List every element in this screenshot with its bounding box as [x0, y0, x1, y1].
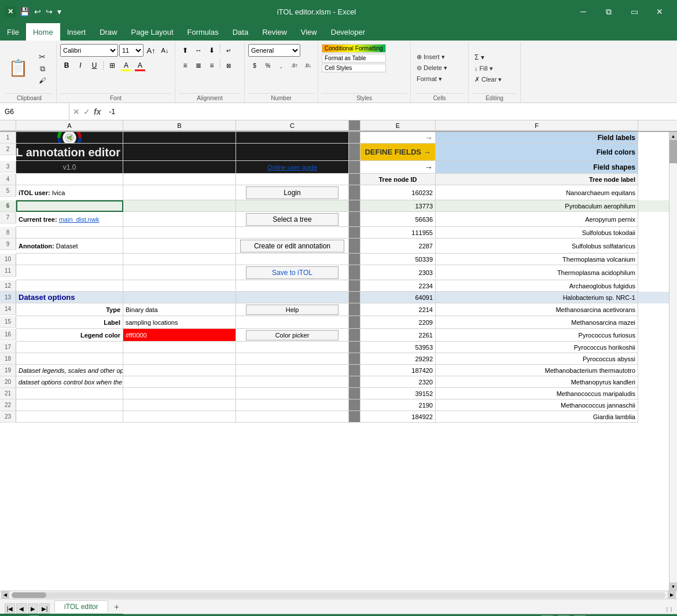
menu-home[interactable]: Home	[26, 23, 60, 41]
h-scroll-thumb[interactable]	[12, 592, 46, 598]
col-header-f[interactable]: F	[436, 120, 638, 131]
font-name-select[interactable]: Calibri	[60, 44, 118, 57]
sheet-nav-last[interactable]: ▶|	[39, 603, 50, 614]
current-tree-link[interactable]: main_dist.nwk	[59, 216, 100, 223]
format-cells-btn[interactable]: Format ▾	[414, 74, 450, 84]
add-sheet-btn[interactable]: +	[111, 602, 123, 612]
h-scroll-track[interactable]	[12, 592, 665, 598]
name-box[interactable]: G6	[0, 103, 69, 120]
insert-function-icon[interactable]: fx	[94, 107, 101, 116]
font-decrease-btn[interactable]: A↓	[159, 44, 171, 57]
minimize-btn[interactable]: ─	[571, 3, 596, 20]
table-row: 5 iTOL user: Ivica Login 160232 Nanoarch…	[0, 185, 669, 200]
align-center-btn[interactable]: ≣	[192, 59, 205, 72]
comma-btn[interactable]: ,	[275, 59, 288, 72]
font-color-btn[interactable]: A	[134, 59, 146, 72]
cell-styles-btn[interactable]: Cell Styles	[322, 64, 386, 72]
restore-btn[interactable]: ⧉	[596, 3, 621, 20]
maximize-btn[interactable]: ▭	[621, 3, 647, 20]
cell-c9[interactable]: Create or edit annotation	[236, 239, 349, 254]
v-scroll-track[interactable]	[669, 140, 677, 582]
sheet-nav-prev[interactable]: ◀	[16, 603, 27, 614]
col-header-a[interactable]: A	[16, 120, 123, 131]
help-button[interactable]: Help	[246, 305, 339, 315]
select-tree-button[interactable]: Select a tree	[246, 213, 339, 226]
menu-insert[interactable]: Insert	[60, 23, 93, 41]
align-top-btn[interactable]: ⬆	[179, 44, 192, 57]
cell-c11[interactable]: Save to iTOL	[236, 265, 349, 280]
sheet-nav-first[interactable]: |◀	[5, 603, 15, 614]
paste-btn[interactable]: 📋	[6, 57, 31, 79]
menu-page-layout[interactable]: Page Layout	[124, 23, 181, 41]
wrap-text-btn[interactable]: ↵	[222, 44, 235, 57]
align-bottom-btn[interactable]: ⬇	[205, 44, 218, 57]
decrease-decimal-btn[interactable]: .0↓	[301, 59, 314, 72]
cell-c14[interactable]: Help	[236, 303, 349, 316]
insert-cells-btn[interactable]: ⊕ Insert ▾	[414, 52, 450, 62]
italic-btn[interactable]: I	[74, 59, 87, 72]
border-btn[interactable]: ⊞	[106, 59, 119, 72]
formula-input[interactable]	[104, 103, 677, 120]
save-to-itol-button[interactable]: Save to iTOL	[246, 266, 339, 279]
table-row: 18 29292 Pyrococcus abyssi	[0, 353, 669, 365]
horizontal-scrollbar[interactable]: ◀ ▶	[0, 591, 677, 599]
col-header-e[interactable]: E	[360, 120, 436, 131]
fill-color-btn[interactable]: A	[120, 59, 133, 72]
online-guide-link[interactable]: Online user guide	[267, 164, 317, 171]
menu-data[interactable]: Data	[226, 23, 255, 41]
login-button[interactable]: Login	[246, 186, 339, 199]
customize-quick-access-btn[interactable]: ▾	[56, 6, 62, 17]
close-btn[interactable]: ✕	[647, 3, 672, 20]
confirm-formula-icon[interactable]: ✓	[83, 107, 90, 116]
scroll-up-btn[interactable]: ▲	[669, 132, 677, 140]
bold-btn[interactable]: B	[60, 59, 73, 72]
sheet-nav-next[interactable]: ▶	[28, 603, 38, 614]
format-as-table-btn[interactable]: Format as Table	[322, 54, 386, 63]
create-edit-annotation-button[interactable]: Create or edit annotation	[240, 240, 344, 252]
menu-review[interactable]: Review	[255, 23, 294, 41]
menu-view[interactable]: View	[294, 23, 324, 41]
cell-c7[interactable]: Select a tree	[236, 212, 349, 227]
scroll-right-btn[interactable]: ▶	[668, 591, 676, 599]
align-mid-btn[interactable]: ↔	[192, 44, 205, 57]
percent-btn[interactable]: %	[262, 59, 274, 72]
copy-btn[interactable]: ⧉	[32, 63, 53, 75]
menu-file[interactable]: File	[0, 23, 26, 41]
v-scroll-thumb[interactable]	[669, 140, 677, 163]
cell-c16[interactable]: Color picker	[236, 329, 349, 342]
number-format-select[interactable]: General	[248, 44, 300, 57]
increase-decimal-btn[interactable]: .0↑	[288, 59, 301, 72]
sheet-tab-itol-editor[interactable]: iTOL editor	[54, 600, 108, 613]
merge-btn[interactable]: ⊠	[222, 59, 235, 72]
redo-btn[interactable]: ↪	[45, 6, 54, 17]
cell-c5[interactable]: Login	[236, 185, 349, 200]
color-picker-button[interactable]: Color picker	[246, 330, 339, 340]
autosum-btn[interactable]: Σ ▾	[472, 52, 504, 63]
cell-e2: DEFINE FIELDS →	[360, 144, 436, 161]
conditional-formatting-btn[interactable]: Conditional Formatting	[322, 44, 386, 53]
menu-developer[interactable]: Developer	[324, 23, 372, 41]
align-left-btn[interactable]: ≡	[179, 59, 192, 72]
col-header-d[interactable]	[349, 120, 360, 131]
save-quick-btn[interactable]: 💾	[19, 6, 31, 17]
col-header-c[interactable]: C	[236, 120, 349, 131]
undo-btn[interactable]: ↩	[33, 6, 42, 17]
cell-f10: Thermoplasma volcanium	[436, 254, 638, 265]
align-right-btn[interactable]: ≡	[205, 59, 218, 72]
col-header-b[interactable]: B	[123, 120, 236, 131]
underline-btn[interactable]: U	[88, 59, 101, 72]
clear-btn[interactable]: ✗ Clear ▾	[472, 75, 504, 85]
font-increase-btn[interactable]: A↑	[145, 44, 157, 57]
fill-btn[interactable]: ↓ Fill ▾	[472, 64, 504, 74]
font-size-select[interactable]: 11	[119, 44, 144, 57]
scroll-left-btn[interactable]: ◀	[1, 591, 9, 599]
vertical-scrollbar[interactable]: ▲ ▼	[669, 132, 677, 591]
format-painter-btn[interactable]: 🖌	[32, 75, 53, 86]
scroll-down-btn[interactable]: ▼	[669, 582, 677, 591]
cancel-formula-icon[interactable]: ✕	[73, 107, 80, 116]
currency-btn[interactable]: $	[248, 59, 261, 72]
menu-formulas[interactable]: Formulas	[181, 23, 226, 41]
menu-draw[interactable]: Draw	[93, 23, 124, 41]
cut-btn[interactable]: ✂	[32, 51, 53, 63]
delete-cells-btn[interactable]: ⊖ Delete ▾	[414, 63, 450, 73]
